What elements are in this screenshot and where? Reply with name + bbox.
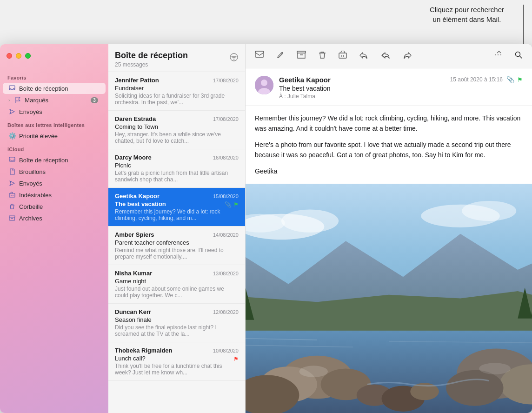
minimize-button[interactable] bbox=[16, 53, 21, 59]
attachment-indicator-icon: 📎 bbox=[506, 76, 514, 83]
archive-button-icon[interactable] bbox=[295, 49, 308, 63]
app-window: Favoris Boîte de réception › Marqu bbox=[0, 44, 532, 413]
detail-sender: Geetika Kapoor bbox=[279, 76, 331, 84]
new-message-icon[interactable] bbox=[253, 49, 266, 63]
sidebar-content: Favoris Boîte de réception › Marqu bbox=[0, 67, 108, 413]
sidebar-item-envoyes-icloud[interactable]: Envoyés bbox=[3, 178, 106, 189]
email-subject: Parent teacher conferences bbox=[115, 239, 189, 246]
trash-button-icon[interactable] bbox=[316, 49, 328, 63]
email-date: 17/08/2020 bbox=[213, 78, 239, 83]
svg-point-14 bbox=[281, 209, 339, 232]
sidebar-item-label: Envoyés bbox=[19, 180, 98, 187]
reply-all-icon[interactable] bbox=[379, 49, 392, 63]
svg-rect-3 bbox=[9, 216, 15, 217]
maximize-button[interactable] bbox=[25, 53, 31, 59]
sidebar-section-favoris: Favoris bbox=[0, 70, 108, 82]
more-icon[interactable] bbox=[492, 49, 504, 63]
email-sender: Jennifer Patton bbox=[115, 77, 159, 84]
detail-subject: The best vacation bbox=[279, 85, 331, 92]
svg-point-41 bbox=[479, 363, 511, 374]
email-sender: Nisha Kumar bbox=[115, 270, 152, 277]
sidebar-item-label: Envoyés bbox=[19, 108, 98, 115]
body-signature: Geetika bbox=[255, 166, 523, 176]
email-list-item[interactable]: Amber Spiers 14/08/2020 Parent teacher c… bbox=[108, 226, 245, 265]
svg-point-10 bbox=[261, 80, 267, 86]
sidebar-item-label: Archives bbox=[19, 215, 98, 222]
email-detail-header: Geetika Kapoor The best vacation À : Jul… bbox=[246, 68, 532, 106]
chevron-icon: › bbox=[8, 98, 10, 103]
forward-icon[interactable] bbox=[401, 49, 414, 63]
email-list-item[interactable]: Duncan Kerr 12/08/2020 Season finale Did… bbox=[108, 304, 245, 342]
email-sender: Daren Estrada bbox=[115, 115, 156, 122]
email-photo bbox=[246, 184, 532, 413]
detail-date-row: 15 août 2020 à 15:16 📎 ⚑ bbox=[450, 76, 523, 83]
badge: 3 bbox=[91, 97, 98, 103]
email-list-item[interactable]: Thobeka Rigmaiden 10/08/2020 Lunch call?… bbox=[108, 342, 245, 381]
search-icon[interactable] bbox=[512, 49, 525, 63]
sidebar-item-label: Boîte de réception bbox=[19, 157, 98, 164]
sidebar-item-indesirables[interactable]: Indésirables bbox=[3, 189, 106, 200]
green-flag-icon: ⚑ bbox=[233, 201, 239, 208]
svg-point-40 bbox=[299, 366, 328, 377]
toolbar bbox=[246, 44, 532, 68]
email-date: 10/08/2020 bbox=[213, 348, 239, 353]
email-date: 15/08/2020 bbox=[213, 193, 239, 199]
sidebar-item-corbeille[interactable]: Corbeille bbox=[3, 201, 106, 212]
sidebar-section-icloud: iCloud bbox=[0, 142, 108, 154]
svg-rect-6 bbox=[297, 51, 306, 53]
email-date: 13/08/2020 bbox=[213, 271, 239, 276]
filter-icon[interactable] bbox=[229, 53, 239, 64]
svg-rect-5 bbox=[255, 51, 264, 57]
red-flag-icon: ⚑ bbox=[233, 356, 239, 362]
sidebar-item-boite-reception-icloud[interactable]: Boîte de réception bbox=[3, 154, 106, 166]
sidebar-item-label: Indésirables bbox=[19, 192, 98, 199]
email-list-panel: Boîte de réception 25 messages Jennifer … bbox=[108, 44, 246, 413]
email-preview: Remind me what night those are. I'll nee… bbox=[115, 247, 239, 260]
junk-button-icon[interactable] bbox=[337, 49, 349, 63]
email-subject: Season finale bbox=[115, 316, 152, 323]
reply-icon[interactable] bbox=[357, 49, 370, 63]
close-button[interactable] bbox=[7, 53, 12, 59]
sidebar-item-marques[interactable]: › Marqués 3 bbox=[3, 94, 106, 106]
svg-point-35 bbox=[446, 370, 503, 406]
email-preview: Did you see the final episode last night… bbox=[115, 324, 239, 337]
detail-date: 15 août 2020 à 15:16 bbox=[450, 76, 503, 83]
inbox-title: Boîte de réception bbox=[115, 51, 188, 60]
email-date: 16/08/2020 bbox=[213, 155, 239, 160]
svg-rect-2 bbox=[9, 193, 15, 197]
email-preview: Remember this journey? We did a lot: roc… bbox=[115, 208, 239, 221]
archive-icon bbox=[8, 214, 16, 222]
email-preview: Soliciting ideas for a fundraiser for 3r… bbox=[115, 93, 239, 106]
sidebar-item-brouillons[interactable]: Brouillons bbox=[3, 166, 106, 177]
sidebar-item-label: Marqués bbox=[25, 97, 87, 104]
detail-to: À : Julie Talma bbox=[279, 93, 331, 100]
attachment-icon: 📎 bbox=[225, 201, 232, 208]
email-list-item[interactable]: Daren Estrada 17/08/2020 Coming to Town … bbox=[108, 111, 245, 149]
sidebar-item-label: Boîte de réception bbox=[19, 85, 98, 92]
email-subject: The best vacation bbox=[115, 200, 166, 207]
email-detail-panel: Geetika Kapoor The best vacation À : Jul… bbox=[246, 44, 532, 413]
email-preview: Just found out about some online games w… bbox=[115, 286, 239, 299]
compose-icon[interactable] bbox=[274, 49, 286, 63]
sidebar-item-boite-reception-fav[interactable]: Boîte de réception bbox=[3, 83, 106, 94]
body-paragraph-1: Remember this journey? We did a lot: roc… bbox=[255, 113, 523, 134]
sidebar-item-archives[interactable]: Archives bbox=[3, 213, 106, 224]
email-date: 12/08/2020 bbox=[213, 309, 239, 315]
email-sender: Duncan Kerr bbox=[115, 308, 151, 315]
tooltip-line bbox=[523, 5, 524, 44]
trash-icon bbox=[8, 203, 16, 210]
email-list-item[interactable]: Darcy Moore 16/08/2020 Picnic Let's grab… bbox=[108, 149, 245, 188]
sidebar-item-envoyes-fav[interactable]: Envoyés bbox=[3, 106, 106, 117]
svg-rect-7 bbox=[339, 53, 346, 58]
email-subject: Picnic bbox=[115, 162, 131, 169]
email-list-item[interactable]: Geetika Kapoor 15/08/2020 The best vacat… bbox=[108, 188, 245, 226]
email-date: 17/08/2020 bbox=[213, 116, 239, 122]
email-list-item[interactable]: Jennifer Patton 17/08/2020 Fundraiser So… bbox=[108, 72, 245, 111]
email-preview: Hey, stranger. It's been a while since w… bbox=[115, 131, 239, 144]
email-subject: Lunch call? bbox=[115, 355, 146, 362]
body-paragraph-2: Here's a photo from our favorite spot. I… bbox=[255, 140, 523, 160]
sidebar-item-priorite[interactable]: ⚙️ Priorité élevée bbox=[3, 130, 106, 141]
email-list-item[interactable]: Nisha Kumar 13/08/2020 Game night Just f… bbox=[108, 265, 245, 304]
email-list-header: Boîte de réception 25 messages bbox=[108, 44, 245, 72]
email-subject: Game night bbox=[115, 278, 146, 285]
